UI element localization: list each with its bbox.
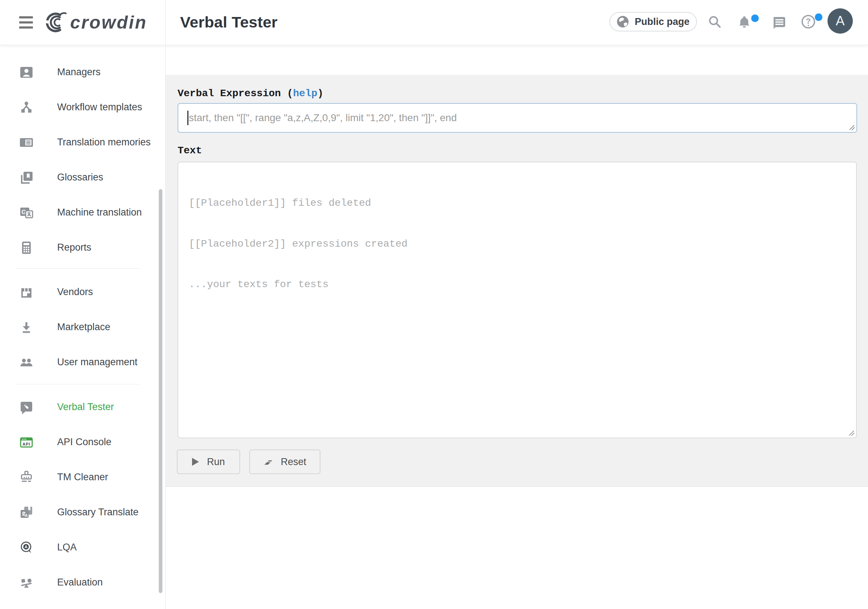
sidebar-item-translation-memories[interactable]: Translation memories (0, 125, 165, 160)
sidebar-item-label: Workflow templates (57, 102, 142, 113)
sidebar-item-managers[interactable]: Managers (0, 54, 165, 90)
sidebar-item-label: Machine translation (57, 207, 142, 218)
translation-memories-icon (19, 135, 34, 150)
expression-label-close: ) (317, 88, 323, 99)
page-title: Verbal Tester (180, 13, 278, 31)
sidebar-item-workflow-templates[interactable]: Workflow templates (0, 90, 165, 125)
notification-badge (751, 14, 759, 22)
sidebar-item-vendors[interactable]: Vendors (0, 274, 165, 310)
sidebar-item-api-console[interactable]: API API Console (0, 425, 165, 460)
hamburger-menu-icon[interactable] (19, 16, 34, 29)
help-icon[interactable]: ? (800, 14, 816, 29)
sidebar-item-label: Managers (57, 67, 101, 78)
resize-grip-icon[interactable] (848, 124, 856, 131)
avatar-initial: A (836, 13, 845, 29)
sidebar: Managers Workflow templates (0, 45, 165, 609)
public-page-button[interactable]: Public page (609, 12, 697, 31)
sidebar-item-label: Evaluation (57, 577, 103, 588)
sidebar-main-divider (165, 0, 166, 609)
sidebar-divider (15, 268, 140, 269)
svg-text:A: A (25, 545, 28, 549)
run-button[interactable]: Run (177, 449, 240, 474)
sidebar-item-label: Marketplace (57, 321, 110, 333)
sidebar-divider (15, 384, 140, 384)
bell-icon[interactable] (736, 14, 752, 30)
help-link[interactable]: help (293, 88, 317, 99)
sidebar-item-label: Verbal Tester (57, 401, 114, 413)
crowdin-logo[interactable]: crowdin (45, 10, 157, 35)
expression-label-open: Verbal Expression ( (178, 88, 293, 99)
sidebar-item-label: API Console (57, 437, 112, 448)
text-caret (188, 111, 188, 125)
run-label: Run (207, 456, 225, 468)
play-icon (192, 458, 199, 466)
lqa-icon: A (19, 540, 34, 555)
sidebar-item-label: Translation memories (57, 137, 151, 148)
tm-cleaner-icon (19, 470, 34, 485)
sidebar-item-label: LQA (57, 542, 77, 553)
glossary-translate-icon: A (19, 505, 34, 520)
text-label: Text (178, 145, 202, 156)
resize-grip-icon[interactable] (848, 429, 855, 437)
sidebar-item-tm-cleaner[interactable]: TM Cleaner (0, 460, 165, 495)
reset-button[interactable]: Reset (249, 449, 321, 474)
sidebar-item-label: Reports (57, 242, 91, 253)
verbal-tester-panel: Verbal Expression (help) start, then "[[… (166, 75, 868, 487)
svg-text:API: API (22, 442, 30, 446)
evaluation-icon (19, 575, 34, 590)
sidebar-item-machine-translation[interactable]: G Machine translation (0, 195, 165, 230)
avatar[interactable]: A (828, 8, 853, 34)
glossaries-icon (19, 170, 34, 185)
main-content: Verbal Expression (help) start, then "[[… (166, 45, 868, 609)
svg-text:crowdin: crowdin (70, 12, 147, 33)
sidebar-item-evaluation[interactable]: Evaluation (0, 565, 165, 600)
form-buttons: Run Reset (177, 449, 321, 474)
top-header: crowdin Verbal Tester Public page (0, 0, 868, 45)
expression-label: Verbal Expression (help) (178, 88, 323, 99)
sidebar-item-glossary-translate[interactable]: A Glossary Translate (0, 495, 165, 530)
api-console-icon: API (19, 435, 34, 449)
svg-text:?: ? (806, 17, 811, 26)
sidebar-item-label: Glossaries (57, 172, 104, 183)
text-area[interactable] (178, 162, 857, 438)
svg-text:A: A (25, 513, 28, 518)
reset-label: Reset (281, 456, 306, 468)
vendors-icon (19, 285, 34, 299)
machine-translation-icon: G (19, 205, 34, 220)
verbal-tester-icon (19, 400, 34, 414)
search-icon[interactable] (707, 14, 723, 30)
globe-icon (617, 15, 629, 28)
expression-input-wrap: start, then "[[", range "a,z,A,Z,0,9", l… (178, 103, 857, 133)
sidebar-scrollbar-thumb[interactable] (159, 189, 163, 593)
sidebar-item-lqa[interactable]: A LQA (0, 530, 165, 565)
sidebar-item-label: Glossary Translate (57, 507, 138, 518)
sidebar-item-reports[interactable]: Reports (0, 230, 165, 265)
sidebar-item-label: TM Cleaner (57, 471, 108, 483)
sidebar-item-verbal-tester[interactable]: Verbal Tester (0, 389, 165, 425)
workflow-templates-icon (19, 100, 34, 115)
managers-icon (19, 65, 34, 79)
public-page-label: Public page (635, 16, 690, 28)
sidebar-item-marketplace[interactable]: Marketplace (0, 310, 165, 345)
help-badge (815, 13, 822, 21)
expression-input[interactable] (178, 103, 857, 133)
text-area-wrap: [[Placeholder1]] files deleted [[Placeho… (178, 162, 857, 438)
sidebar-nav: Managers Workflow templates (0, 45, 165, 600)
sidebar-item-user-management[interactable]: User management (0, 345, 165, 380)
sidebar-item-label: Vendors (57, 287, 93, 298)
chat-icon[interactable] (771, 14, 787, 30)
eraser-icon (263, 457, 274, 466)
user-management-icon (19, 355, 34, 370)
marketplace-icon (19, 320, 34, 335)
app-screen: crowdin Verbal Tester Public page (0, 0, 868, 609)
sidebar-item-glossaries[interactable]: Glossaries (0, 160, 165, 195)
sidebar-item-label: User management (57, 356, 138, 368)
reports-icon (19, 240, 34, 255)
